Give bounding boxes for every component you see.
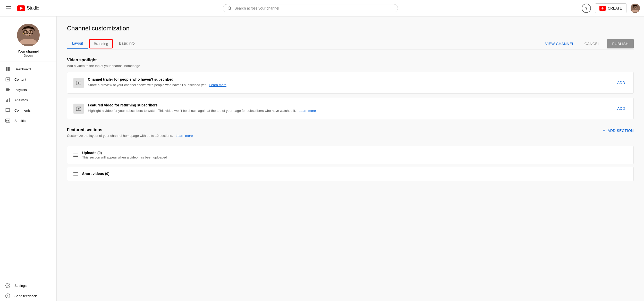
svg-point-9 [636,6,637,7]
youtube-logo-icon [17,5,25,11]
search-input[interactable] [234,6,394,10]
uploads-card-desc: This section will appear when a video ha… [82,155,167,159]
short-videos-drag-handle[interactable] [73,172,78,175]
svg-rect-21 [6,67,8,69]
playlists-icon [5,87,10,92]
featured-sections-section: Featured sections Customize the layout o… [67,128,634,181]
svg-point-2 [228,7,231,10]
svg-point-16 [30,31,31,33]
publish-button[interactable]: PUBLISH [607,39,634,48]
add-section-button[interactable]: ADD SECTION [602,129,634,133]
short-videos-card-body: Short videos (0) [82,172,109,176]
featured-sections-learn-more-link[interactable]: Learn more [176,134,193,138]
featured-video-icon [73,104,84,114]
app-body: Your channel Devon Dashboard Content Pla… [0,16,644,301]
svg-marker-26 [7,79,9,80]
featured-sections-desc: Customize the layout of your channel hom… [67,134,602,138]
send-feedback-label: Send feedback [14,294,37,298]
tabs-left: Layout Branding Basic info [67,38,542,49]
channel-trailer-add-button[interactable]: ADD [615,79,627,87]
featured-video-desc: Highlight a video for your subscribers t… [88,108,611,113]
svg-point-15 [26,31,27,33]
tabs-container: Layout Branding Basic info VIEW CHANNEL … [67,38,634,49]
view-channel-button[interactable]: VIEW CHANNEL [542,40,577,48]
channel-trailer-action: ADD [615,79,627,87]
create-icon [599,6,606,11]
channel-trailer-icon [73,78,84,88]
svg-rect-38 [7,121,9,122]
featured-sections-header: Featured sections Customize the layout o… [67,128,634,142]
sidebar-item-content[interactable]: Content [0,74,56,85]
subtitles-label: Subtitles [14,119,27,123]
sidebar-item-settings[interactable]: Settings [0,280,56,291]
featured-sections-info: Featured sections Customize the layout o… [67,128,602,142]
studio-label: Studio [27,5,39,11]
analytics-icon [5,97,10,103]
tab-branding[interactable]: Branding [89,39,113,48]
logo-link[interactable]: Studio [17,5,39,11]
channel-name: Your channel [18,49,39,53]
content-icon [5,77,10,82]
user-avatar[interactable] [631,4,640,13]
cancel-button[interactable]: CANCEL [581,40,603,48]
channel-trailer-desc: Share a preview of your channel shown wi… [88,82,611,88]
svg-rect-33 [9,98,10,102]
sidebar-item-comments[interactable]: Comments [0,105,56,115]
uploads-card-title: Uploads (0) [82,151,167,155]
tab-layout[interactable]: Layout [67,38,88,49]
video-spotlight-desc: Add a video to the top of your channel h… [67,64,634,68]
create-button[interactable]: CREATE [595,3,626,13]
hamburger-menu-button[interactable] [4,4,13,12]
search-icon [227,6,232,11]
svg-rect-37 [6,121,7,122]
header-right: ? CREATE [582,3,640,13]
featured-video-body: Featured video for returning subscribers… [88,103,611,113]
svg-rect-31 [6,101,7,102]
playlists-label: Playlists [14,88,27,92]
channel-info: Your channel Devon [0,19,56,62]
comments-label: Comments [14,108,31,112]
channel-trailer-body: Channel trailer for people who haven't s… [88,77,611,88]
sidebar-item-dashboard[interactable]: Dashboard [0,64,56,74]
uploads-drag-handle[interactable] [73,154,78,157]
svg-marker-30 [9,89,10,91]
sidebar-item-analytics[interactable]: Analytics [0,95,56,105]
sidebar-item-subtitles[interactable]: Subtitles [0,115,56,126]
sidebar: Your channel Devon Dashboard Content Pla… [0,16,57,301]
channel-trailer-learn-more-link[interactable]: Learn more [209,83,226,87]
svg-rect-35 [6,120,7,121]
svg-line-3 [231,9,232,10]
svg-rect-23 [6,69,8,71]
svg-rect-5 [601,8,604,8]
svg-rect-34 [6,119,10,122]
featured-video-add-button[interactable]: ADD [615,104,627,113]
settings-label: Settings [14,284,27,288]
uploads-section-card: Uploads (0) This section will appear whe… [67,146,634,164]
svg-rect-24 [8,69,10,71]
tab-basic-info[interactable]: Basic info [114,38,140,49]
svg-rect-22 [8,67,10,69]
create-label: CREATE [608,6,622,10]
sidebar-item-send-feedback[interactable]: Send feedback [0,291,56,301]
help-button[interactable]: ? [582,4,591,13]
dashboard-icon [5,66,10,72]
short-videos-card-title: Short videos (0) [82,172,109,176]
channel-trailer-card: Channel trailer for people who haven't s… [67,72,634,94]
svg-rect-36 [8,120,9,121]
nav-bottom: Settings Send feedback [0,278,56,301]
svg-point-41 [7,297,8,297]
subtitles-icon [5,118,10,123]
feedback-icon [5,293,10,298]
featured-sections-title: Featured sections [67,128,602,132]
featured-video-learn-more-link[interactable]: Learn more [299,109,316,113]
add-section-icon [602,129,606,133]
featured-video-card: Featured video for returning subscribers… [67,98,634,119]
main-content: Channel customization Layout Branding Ba… [57,16,644,301]
content-label: Content [14,78,26,81]
svg-marker-43 [78,82,80,84]
dashboard-label: Dashboard [14,67,31,71]
sidebar-item-playlists[interactable]: Playlists [0,85,56,95]
svg-point-20 [23,33,24,34]
app-header: Studio ? CREATE [0,0,644,16]
analytics-label: Analytics [14,98,28,102]
